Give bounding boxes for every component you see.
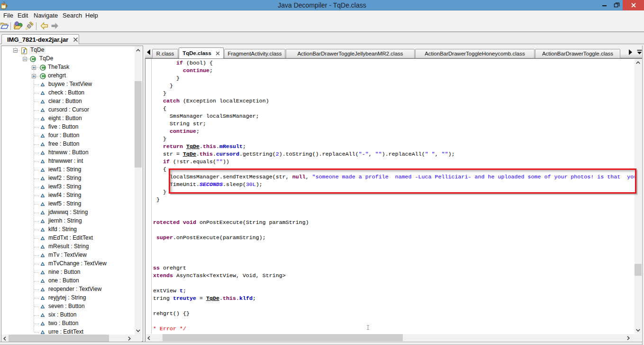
svg-text:J: J: [22, 48, 25, 54]
